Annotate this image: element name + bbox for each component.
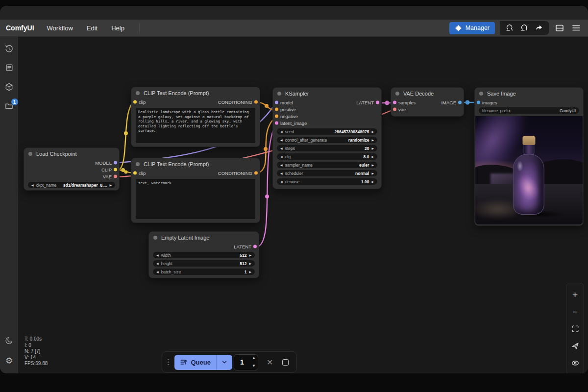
node-empty-latent-image[interactable]: Empty Latent Image LATENT width 512 heig… bbox=[148, 231, 259, 278]
output-label-vae: VAE bbox=[103, 174, 112, 179]
node-header[interactable]: Save Image bbox=[475, 88, 583, 99]
hamburger-menu-icon[interactable] bbox=[570, 22, 582, 34]
queue-drag-handle[interactable] bbox=[168, 359, 169, 366]
node-header[interactable]: VAE Decode bbox=[391, 88, 464, 99]
eye-icon bbox=[571, 359, 580, 368]
node-save-image[interactable]: Save Image images filename_prefix ComfyU… bbox=[474, 87, 584, 226]
zoom-out-button[interactable]: − bbox=[569, 305, 581, 318]
collapse-dot[interactable] bbox=[136, 162, 140, 166]
input-slot-samples[interactable] bbox=[393, 101, 396, 104]
input-slot-positive[interactable] bbox=[275, 108, 278, 111]
widget-cfg[interactable]: cfg 8.0 bbox=[277, 153, 377, 160]
sidebar-workflows-button[interactable]: 1 bbox=[3, 101, 15, 113]
widget-value: 512 bbox=[240, 253, 246, 258]
select-mode-button[interactable] bbox=[569, 340, 581, 352]
bottom-panel-toggle-icon[interactable] bbox=[554, 22, 565, 34]
sidebar-logs-button[interactable] bbox=[3, 63, 15, 74]
stat-i: I: 0 bbox=[24, 343, 48, 349]
menu-edit[interactable]: Edit bbox=[87, 24, 98, 32]
prompt-textarea[interactable]: text, watermark bbox=[136, 179, 255, 219]
node-load-checkpoint[interactable]: Load Checkpoint MODEL CLIP VAE ckpt_name… bbox=[24, 147, 120, 191]
sidebar-history-button[interactable] bbox=[3, 44, 15, 55]
prompt-textarea[interactable]: Realistic landscape with a glass bottle … bbox=[136, 108, 255, 143]
output-slot-latent[interactable] bbox=[253, 245, 257, 248]
collapse-dot[interactable] bbox=[395, 92, 399, 96]
moon-icon bbox=[5, 336, 14, 347]
queue-icon bbox=[180, 358, 188, 366]
widget-name: ckpt_name bbox=[36, 183, 57, 188]
input-slot-vae[interactable] bbox=[393, 108, 396, 111]
batch-count-stepper[interactable]: 1 ▲ ▼ bbox=[234, 354, 258, 370]
widget-height[interactable]: height 512 bbox=[153, 260, 255, 267]
widget-sampler-name[interactable]: sampler_name euler bbox=[277, 162, 377, 168]
cleaner-icon-left[interactable] bbox=[504, 22, 515, 34]
collapse-dot[interactable] bbox=[277, 92, 281, 96]
input-slot-model[interactable] bbox=[275, 101, 278, 104]
node-title: Load Checkpoint bbox=[36, 151, 77, 157]
output-slot-conditioning[interactable] bbox=[254, 100, 258, 104]
collapse-dot[interactable] bbox=[479, 92, 483, 96]
widget-value: 20 bbox=[365, 146, 369, 151]
queue-button-main[interactable]: Queue bbox=[174, 355, 216, 370]
widget-steps[interactable]: steps 20 bbox=[277, 145, 377, 151]
menu-help[interactable]: Help bbox=[111, 24, 124, 32]
node-vae-decode[interactable]: VAE Decode samples IMAGE vae bbox=[391, 87, 464, 117]
output-slot-clip[interactable] bbox=[114, 168, 117, 172]
input-slot-negative[interactable] bbox=[275, 115, 278, 118]
output-slot-conditioning[interactable] bbox=[254, 172, 258, 175]
widget-batch-size[interactable]: batch_size 1 bbox=[153, 269, 255, 275]
widget-ckpt-name[interactable]: ckpt_name sd1/dreamshaper_8.... bbox=[28, 182, 115, 188]
input-label-samples: samples bbox=[398, 100, 416, 105]
output-slot-vae[interactable] bbox=[114, 175, 117, 178]
canvas-controls: + − bbox=[566, 283, 584, 373]
widget-name: steps bbox=[285, 146, 295, 151]
node-header[interactable]: Load Checkpoint bbox=[24, 148, 119, 159]
stop-button[interactable] bbox=[282, 359, 289, 366]
widget-width[interactable]: width 512 bbox=[153, 252, 255, 258]
zoom-in-button[interactable]: + bbox=[569, 288, 581, 301]
stepper-up-icon[interactable]: ▲ bbox=[250, 355, 258, 363]
widget-seed[interactable]: seed 286457390848075 bbox=[277, 128, 377, 135]
input-slot-clip[interactable] bbox=[133, 100, 137, 104]
widget-name: cfg bbox=[285, 154, 291, 159]
widget-control-after-generate[interactable]: control_after_generate randomize bbox=[277, 137, 377, 143]
collapse-dot[interactable] bbox=[136, 91, 140, 95]
cleaner-icon-right[interactable] bbox=[518, 22, 530, 34]
stepper-down-icon[interactable]: ▼ bbox=[250, 362, 258, 370]
node-header[interactable]: Empty Latent Image bbox=[149, 232, 259, 243]
collapse-dot[interactable] bbox=[28, 152, 32, 156]
manager-button[interactable]: Manager bbox=[449, 22, 495, 34]
widget-scheduler[interactable]: scheduler normal bbox=[277, 170, 377, 176]
input-slot-images[interactable] bbox=[477, 101, 480, 104]
sidebar-models-button[interactable] bbox=[3, 82, 15, 94]
toggle-link-visibility-button[interactable] bbox=[569, 357, 581, 369]
history-icon bbox=[4, 44, 14, 55]
node-header[interactable]: CLIP Text Encode (Prompt) bbox=[131, 158, 260, 170]
widget-filename-prefix[interactable]: filename_prefix ComfyUI bbox=[479, 107, 579, 114]
output-slot-model[interactable] bbox=[114, 161, 117, 165]
node-clip-text-encode-negative[interactable]: CLIP Text Encode (Prompt) clip CONDITION… bbox=[131, 158, 260, 223]
clear-queue-button[interactable]: ✕ bbox=[267, 358, 273, 367]
fit-view-button[interactable] bbox=[569, 322, 581, 335]
app-logo[interactable]: ComfyUI bbox=[6, 24, 34, 32]
input-slot-clip[interactable] bbox=[133, 172, 137, 175]
output-label-clip: CLIP bbox=[101, 167, 112, 172]
node-ksampler[interactable]: KSampler model LATENT positive negative … bbox=[272, 87, 382, 189]
share-arrow-icon[interactable] bbox=[533, 22, 545, 34]
widget-value: ComfyUI bbox=[560, 108, 576, 113]
node-clip-text-encode-positive[interactable]: CLIP Text Encode (Prompt) clip CONDITION… bbox=[131, 87, 260, 147]
node-header[interactable]: CLIP Text Encode (Prompt) bbox=[131, 87, 260, 98]
menu-workflow[interactable]: Workflow bbox=[47, 24, 73, 32]
collapse-dot[interactable] bbox=[153, 236, 157, 240]
queue-dropdown-arrow[interactable] bbox=[216, 355, 232, 370]
output-slot-image[interactable] bbox=[458, 101, 462, 104]
settings-button[interactable]: ⚙ bbox=[3, 355, 15, 367]
input-slot-latent-image[interactable] bbox=[275, 122, 278, 125]
output-slot-latent[interactable] bbox=[376, 101, 379, 104]
widget-name: seed bbox=[285, 129, 294, 134]
queue-button[interactable]: Queue bbox=[174, 355, 232, 370]
output-image-preview[interactable] bbox=[475, 116, 583, 224]
node-header[interactable]: KSampler bbox=[273, 88, 381, 99]
widget-denoise[interactable]: denoise 1.00 bbox=[277, 178, 377, 185]
theme-toggle-button[interactable] bbox=[3, 336, 15, 347]
